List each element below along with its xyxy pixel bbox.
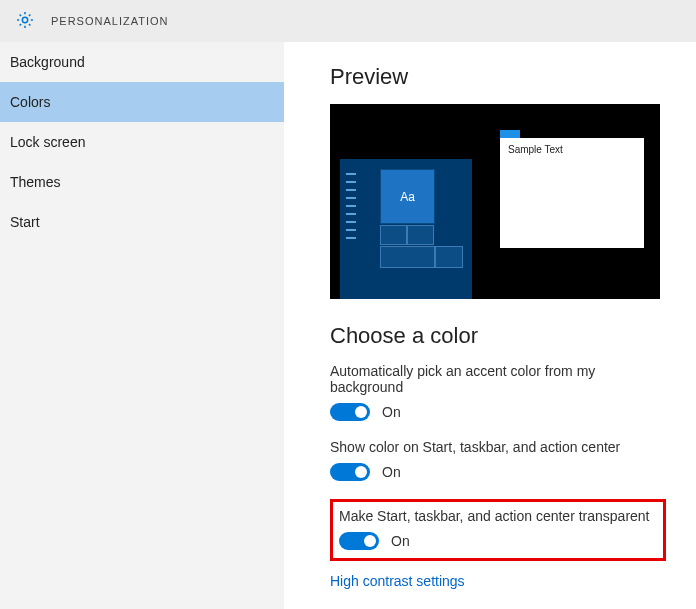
preview-rail xyxy=(346,173,349,273)
svg-point-0 xyxy=(22,17,27,22)
setting-row: Automatically pick an accent color from … xyxy=(330,363,666,421)
preview-tile-small xyxy=(435,246,463,268)
setting-label: Automatically pick an accent color from … xyxy=(330,363,666,395)
sidebar-item-lock-screen[interactable]: Lock screen xyxy=(0,122,284,162)
preview-tiles: Aa xyxy=(380,169,464,268)
main-content: Preview Aa xyxy=(284,42,696,609)
toggle-state-label: On xyxy=(382,464,401,480)
toggle-switch[interactable] xyxy=(330,463,370,481)
setting-group: Make Start, taskbar, and action center t… xyxy=(330,499,666,561)
toggle-state-label: On xyxy=(391,533,410,549)
preview-sample-text: Sample Text xyxy=(500,138,644,161)
setting-row: Make Start, taskbar, and action center t… xyxy=(339,508,657,550)
toggle-state-label: On xyxy=(382,404,401,420)
sidebar-item-start[interactable]: Start xyxy=(0,202,284,242)
preview-tile-small xyxy=(407,225,434,245)
toggle-line: On xyxy=(339,532,657,550)
setting-label: Show color on Start, taskbar, and action… xyxy=(330,439,666,455)
sidebar-item-themes[interactable]: Themes xyxy=(0,162,284,202)
preview-tile-large: Aa xyxy=(380,169,435,224)
toggle-line: On xyxy=(330,463,666,481)
toggle-switch[interactable] xyxy=(330,403,370,421)
sidebar-item-background[interactable]: Background xyxy=(0,42,284,82)
high-contrast-link[interactable]: High contrast settings xyxy=(330,573,666,589)
toggle-switch[interactable] xyxy=(339,532,379,550)
gear-icon xyxy=(15,10,35,33)
preview-thumbnail: Aa Sample Text xyxy=(330,104,660,299)
page-title: PERSONALIZATION xyxy=(51,15,168,27)
header-bar: PERSONALIZATION xyxy=(0,0,696,42)
preview-tile-small xyxy=(380,225,407,245)
setting-row: Show color on Start, taskbar, and action… xyxy=(330,439,666,481)
preview-window-accent xyxy=(500,130,520,138)
preview-window: Sample Text xyxy=(500,138,644,248)
preview-tile-wide xyxy=(380,246,435,268)
sidebar-item-colors[interactable]: Colors xyxy=(0,82,284,122)
preview-heading: Preview xyxy=(330,64,666,90)
toggle-line: On xyxy=(330,403,666,421)
sidebar: BackgroundColorsLock screenThemesStart xyxy=(0,42,284,609)
choose-color-heading: Choose a color xyxy=(330,323,666,349)
preview-start-menu: Aa xyxy=(340,159,472,299)
setting-label: Make Start, taskbar, and action center t… xyxy=(339,508,657,524)
